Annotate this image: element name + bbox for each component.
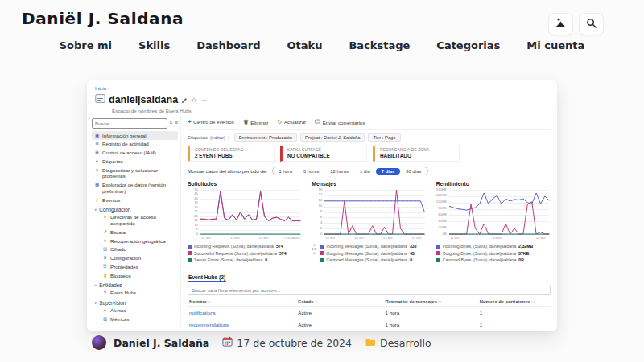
chart-xaxis: 11 oct13 oct15 oct	[449, 236, 549, 241]
collapse-icon[interactable]: «	[175, 121, 178, 126]
toolbar-centro-de-eventos[interactable]: +Centro de eventos	[188, 119, 234, 125]
sidebar-item-recuperaci-n-geogr-fica[interactable]: ●Recuperación geográfica	[100, 237, 178, 245]
legend-swatch	[320, 245, 324, 249]
favorite-icon[interactable]: ☆	[191, 97, 197, 104]
period-30-d-as[interactable]: 30 días	[400, 168, 427, 175]
sidebar-group-configuraci-n[interactable]: ∨Configuración	[92, 204, 178, 213]
period-12-horas[interactable]: 12 horas	[324, 168, 354, 175]
nav-item-dashboard[interactable]: Dashboard	[196, 39, 260, 51]
sidebar-search[interactable]	[92, 118, 167, 129]
sidebar-item-informaci-n-general[interactable]: ▣Información general	[92, 131, 178, 140]
sidebar-item-propiedades[interactable]: ☰Propiedades	[100, 262, 178, 271]
legend-value: 332	[410, 244, 417, 249]
sidebar-menu: ▣Información general≣Registro de activid…	[92, 131, 178, 326]
nav-item-otaku[interactable]: Otaku	[287, 39, 323, 51]
tag-pill-environment-producci-n: Environment : Producción	[234, 133, 297, 142]
edit-icon[interactable]	[181, 93, 188, 106]
chart-plot: 5045403530252015105011 oct13 oct15 oct17…	[188, 188, 302, 241]
more-icon[interactable]: ⋯	[202, 97, 209, 104]
search-icon	[586, 18, 597, 31]
breadcrumb-inicio[interactable]: Inicio	[95, 86, 106, 91]
column-nombre[interactable]: Nombre↑↓	[188, 297, 296, 307]
column-n-mero-de-particiones[interactable]: Número de particiones↑↓	[478, 297, 551, 307]
legend-item: Captured Messages (Suma), danieljsaldana…	[320, 257, 416, 262]
sort-icon[interactable]: ↑↓	[315, 300, 319, 304]
legend-pager[interactable]: ∧1/2∨	[312, 244, 316, 265]
sidebar-search-input[interactable]	[95, 121, 164, 126]
nav-item-sobre-mi[interactable]: Sobre mi	[60, 39, 112, 51]
post-category[interactable]: Desarrollo	[380, 337, 431, 349]
toolbar-trash-icon	[243, 119, 249, 125]
event-hub-link[interactable]: notifications	[188, 306, 296, 319]
sidebar-item-registro-de-actividad[interactable]: ≣Registro de actividad	[92, 140, 178, 149]
clear-icon[interactable]: ×	[170, 121, 173, 126]
sidebar-item-configuraci-n[interactable]: ⚙Configuración	[100, 254, 178, 263]
legend-swatch	[436, 258, 440, 262]
tags-edit-link[interactable]: (editar)	[210, 135, 225, 140]
sort-icon[interactable]: ↑↓	[438, 300, 442, 304]
event-hubs-filter[interactable]	[188, 286, 551, 295]
sidebar-item-control-de-acceso-iam[interactable]: ◉Control de acceso (IAM)	[92, 149, 178, 158]
sidebar-item-event-hubs[interactable]: ϟEvent Hubs	[100, 289, 178, 298]
sidebar-item-directivas-de-acceso-compartido[interactable]: ★Directivas de acceso compartido	[100, 213, 178, 228]
legend-label: Captured Bytes, (Suma), danieljsaldana	[443, 257, 517, 262]
sidebar-item-etiquetas[interactable]: ♦Etiquetas	[92, 157, 178, 166]
sidebar-group-entidades[interactable]: ∨Entidades	[92, 280, 178, 289]
nav-item-categorias[interactable]: Categorias	[436, 39, 500, 51]
page: Daniël J. Saldana Sobre miSkillsDashboar…	[0, 0, 644, 362]
chevron-down-icon: ∨	[94, 301, 97, 305]
legend-label: Incoming Requests (Suma), danieljsaldana	[194, 244, 274, 249]
header-search-button[interactable]	[579, 13, 604, 35]
sidebar-item-eventos[interactable]: ƒEventos	[92, 195, 178, 204]
period-1-hora[interactable]: 1 hora	[274, 168, 298, 175]
legend-label: Successful Requests (Suma), danieljsalda…	[194, 251, 277, 256]
sidebar-item-alertas[interactable]: ▲Alertas	[100, 306, 178, 315]
charts-row: Solicitudes5045403530252015105011 oct13 …	[188, 181, 551, 265]
toolbar-eliminar[interactable]: Eliminar	[243, 119, 269, 125]
author-avatar[interactable]	[92, 335, 106, 350]
legend-label: Captured Messages (Suma), danieljsaldana	[326, 257, 407, 262]
column-retenci-n-de-mensajes[interactable]: Retención de mensajes↑↓	[384, 297, 478, 307]
event-hubs-tab[interactable]: Event Hubs (2)	[188, 274, 226, 282]
sidebar-item-explorador-de-datos-versi-n-preliminar[interactable]: ▦Explorador de datos (versión preliminar…	[92, 181, 178, 196]
sidebar-item-cifrado[interactable]: ▤Cifrado	[100, 245, 178, 254]
chart-yaxis: 1614121086420	[312, 190, 324, 234]
toolbar-plus-icon: +	[188, 119, 192, 125]
cell: 1 hora	[384, 319, 478, 331]
event-hub-link[interactable]: recommendations	[188, 319, 296, 331]
legend-swatch	[320, 251, 324, 255]
legend-value: 0	[410, 257, 412, 262]
sidebar-group-supervisi-n[interactable]: ∨Supervisión	[92, 298, 178, 306]
sidebar-item-icon: ▦	[94, 182, 100, 187]
author-name[interactable]: Daniel J. Saldaña	[114, 337, 209, 349]
legend-rows: Incoming Requests (Suma), danieljsaldana…	[188, 244, 287, 265]
sidebar-item-m-tricas[interactable]: ▥Métricas	[100, 315, 178, 323]
sidebar-item-diagnosticar-y-solucionar-problemas[interactable]: ×Diagnosticar y solucionar problemas	[92, 166, 178, 181]
theme-button[interactable]	[548, 13, 573, 35]
period-6-horas[interactable]: 6 horas	[298, 168, 324, 175]
period-1-d-a[interactable]: 1 día	[354, 168, 376, 175]
sidebar-item-icon: ƒ	[94, 197, 100, 203]
sidebar-item-escalar[interactable]: ↗Escalar	[100, 228, 178, 237]
chart-yaxis: 140KB120KB100KB80KB60KB40KB20KB0B	[436, 190, 448, 234]
column-estado[interactable]: Estado↑↓	[296, 297, 383, 307]
legend-item: Incoming Requests (Suma), danieljsaldana…	[188, 244, 287, 249]
toolbar-enviar-comentarios[interactable]: Enviar comentarios	[315, 119, 365, 125]
period-7-d-as[interactable]: 7 días	[376, 168, 400, 175]
sort-icon[interactable]: ↑↓	[208, 300, 212, 304]
legend-item: Captured Bytes, (Suma), danieljsaldana0B	[436, 257, 534, 262]
site-logo[interactable]: Daniël J. Saldana	[22, 9, 184, 28]
event-hubs-filter-input[interactable]	[192, 288, 547, 293]
chart-plot: 140KB120KB100KB80KB60KB40KB20KB0B11 oct1…	[436, 188, 551, 241]
sidebar-item-bloqueos[interactable]: ▮Bloqueos	[100, 271, 178, 280]
sort-icon[interactable]: ↑↓	[531, 300, 535, 304]
nav-item-skills[interactable]: Skills	[138, 39, 170, 51]
breadcrumb: Inicio›	[95, 86, 549, 91]
azure-portal-screenshot: Inicio› danieljsaldana ☆ ⋯ Espacio de no…	[87, 80, 557, 331]
sidebar-item-configuraci-n-de-diagn-stico[interactable]: ▣Configuración de diagnóstico	[100, 323, 178, 326]
nav-item-backstage[interactable]: Backstage	[349, 39, 410, 51]
nav-item-mi-cuenta[interactable]: Mi cuenta	[526, 39, 584, 51]
legend-item: Incoming Messages (Suma), danieljsaldana…	[320, 244, 416, 249]
chart-series-svg	[449, 190, 549, 234]
toolbar-actualizar[interactable]: ↻Actualizar	[278, 119, 307, 125]
